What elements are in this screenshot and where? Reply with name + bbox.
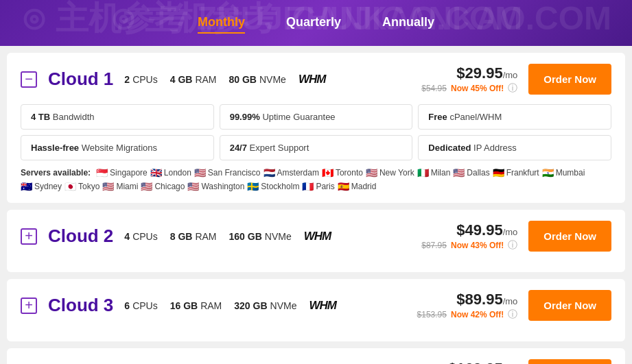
whm-logo: WHM [309,299,336,313]
server-item: 🇩🇪 Frankfurt [493,167,539,178]
cpu-spec: 2 CPUs [124,74,157,85]
plan-specs: 2 CPUs 4 GB RAM 80 GB NVMe WHM [124,73,325,86]
price-discount: Now 43% Off! [451,241,504,250]
feature-bold: Hassle-free [31,143,79,153]
server-item: 🇺🇸 Dallas [453,167,489,178]
feature-item: Free cPanel/WHM [418,104,611,130]
features-section: 4 TB Bandwidth 99.99% Uptime Guarantee F… [21,104,611,192]
header: ⊙ 主机参考 ZHUJICANKAO.COM ⊙ 主机参考 ZHUJICANKA… [0,0,632,46]
feature-item: 4 TB Bandwidth [21,104,214,130]
server-name: San Francisco [208,168,261,178]
plan-toggle[interactable]: + [21,228,37,245]
server-item: 🇳🇱 Amsterdam [264,167,319,178]
storage-spec: 320 GB NVMe [234,300,296,311]
server-item: 🇸🇬 Singapore [96,167,148,178]
flag-icon: 🇸🇬 [96,167,108,178]
flag-icon: 🇦🇺 [21,181,32,192]
plan-name: Cloud 3 [48,295,113,316]
order-button[interactable]: Order Now [528,290,611,321]
ram-spec: 4 GB RAM [170,74,217,85]
plan-header: − Cloud 1 2 CPUs 4 GB RAM 80 GB NVMe WHM [21,64,611,95]
flag-icon: 🇬🇧 [150,167,162,178]
server-name: Dallas [467,168,489,178]
server-name: Tokyo [78,182,100,191]
servers-row: Servers available: 🇸🇬 Singapore 🇬🇧 Londo… [21,167,611,192]
plan-right: $169.95/mo $289.95 Now ⓘ Order Now [448,359,611,364]
plan-left: − Cloud 1 2 CPUs 4 GB RAM 80 GB NVMe WHM [21,69,325,90]
server-item: 🇺🇸 Washington [187,181,244,192]
price-old: $54.95 [421,84,447,93]
flag-icon: 🇨🇦 [322,167,333,178]
flag-icon: 🇺🇸 [453,167,465,178]
feature-text: Bandwidth [53,112,95,122]
price-block: $49.95/mo $87.95 Now 43% Off! ⓘ [421,221,517,252]
server-item: 🇮🇹 Milan [417,167,451,178]
server-name: London [164,168,191,178]
server-name: Milan [431,168,451,178]
billing-tabs: MonthlyQuarterlyAnnually [0,12,632,34]
plan-card-cloud1: − Cloud 1 2 CPUs 4 GB RAM 80 GB NVMe WHM [7,53,625,203]
price-main: $49.95/mo [421,221,517,239]
ram-spec: 16 GB RAM [170,300,222,311]
features-grid: 4 TB Bandwidth 99.99% Uptime Guarantee F… [21,104,611,160]
tab-quarterly[interactable]: Quarterly [286,12,341,34]
flag-icon: 🇺🇸 [141,181,152,192]
flag-icon: 🇮🇹 [417,167,429,178]
feature-item: 24/7 Expert Support [220,135,413,160]
plan-card-cloud4: + Cloud 4 8 CPUs 32 GB RAM 640 GB NVMe W… [7,348,625,364]
server-name: Paris [316,182,334,191]
price-discount: Now 42% Off! [451,310,504,319]
tab-monthly[interactable]: Monthly [198,12,245,34]
cpu-spec: 4 CPUs [124,231,157,242]
info-icon[interactable]: ⓘ [508,82,517,95]
feature-text: Expert Support [250,143,309,153]
server-item: 🇺🇸 Chicago [141,181,185,192]
plan-card-cloud3: + Cloud 3 6 CPUs 16 GB RAM 320 GB NVMe W… [7,279,625,341]
feature-bold: 4 TB [31,112,50,122]
plan-header: + Cloud 3 6 CPUs 16 GB RAM 320 GB NVMe W… [21,290,611,321]
feature-bold: Dedicated [428,143,471,153]
plan-toggle[interactable]: + [21,298,37,314]
plan-header: + Cloud 2 4 CPUs 8 GB RAM 160 GB NVMe WH… [21,221,611,252]
server-item: 🇺🇸 Miami [102,181,138,192]
server-item: 🇨🇦 Toronto [322,167,363,178]
price-row2: $87.95 Now 43% Off! ⓘ [421,239,517,252]
tab-annually[interactable]: Annually [382,12,434,34]
whm-logo: WHM [304,230,331,243]
servers-label: Servers available: [21,168,91,178]
feature-item: Dedicated IP Address [418,135,611,160]
order-button[interactable]: Order Now [528,359,611,364]
server-name: Chicago [154,182,185,191]
server-item: 🇺🇸 New York [366,167,414,178]
ram-spec: 8 GB RAM [170,231,217,242]
server-name: Stockholm [261,182,299,191]
price-block: $169.95/mo $289.95 Now ⓘ [448,360,517,365]
plan-toggle[interactable]: − [21,71,37,88]
flag-icon: 🇺🇸 [102,181,114,192]
flag-icon: 🇺🇸 [187,181,199,192]
server-item: 🇯🇵 Tokyo [65,181,100,192]
feature-text: cPanel/WHM [449,112,502,122]
server-name: Toronto [336,168,363,178]
flag-icon: 🇸🇪 [247,181,259,192]
plan-right: $89.95/mo $153.95 Now 42% Off! ⓘ Order N… [417,290,611,321]
server-item: 🇬🇧 London [150,167,191,178]
order-button[interactable]: Order Now [528,221,611,252]
price-row2: $54.95 Now 45% Off! ⓘ [421,82,517,95]
server-name: Sydney [34,182,62,191]
plan-right: $49.95/mo $87.95 Now 43% Off! ⓘ Order No… [421,221,611,252]
order-button[interactable]: Order Now [528,64,611,95]
feature-text: Website Migrations [82,143,157,153]
feature-bold: Free [428,112,447,122]
flag-icon: 🇮🇳 [542,167,554,178]
flag-icon: 🇫🇷 [302,181,314,192]
info-icon[interactable]: ⓘ [508,308,517,321]
server-name: Miami [116,182,138,191]
cpu-spec: 6 CPUs [124,300,157,311]
server-item: 🇸🇪 Stockholm [247,181,299,192]
price-old: $153.95 [417,310,447,319]
info-icon[interactable]: ⓘ [508,239,517,252]
price-row2: $153.95 Now 42% Off! ⓘ [417,308,518,321]
plan-left: + Cloud 3 6 CPUs 16 GB RAM 320 GB NVMe W… [21,295,336,316]
flag-icon: 🇩🇪 [493,167,504,178]
